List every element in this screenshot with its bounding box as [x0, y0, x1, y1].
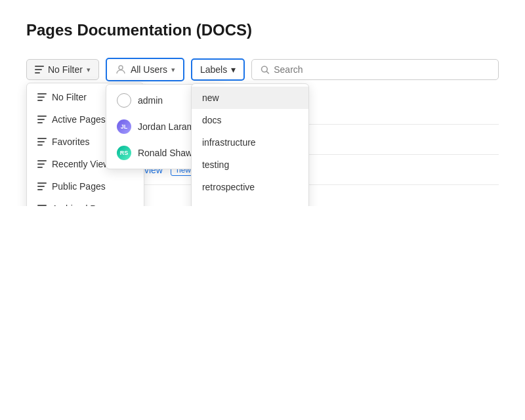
filter-lines-icon — [37, 205, 47, 206]
user-name: admin — [138, 95, 163, 106]
avatar-ronald: RS — [117, 146, 131, 160]
label-item-docs[interactable]: docs — [192, 109, 308, 131]
svg-point-1 — [262, 66, 268, 72]
labels-chevron-icon: ▾ — [231, 64, 236, 75]
avatar-admin — [117, 93, 131, 108]
filter-item-archived-pages[interactable]: Archived Pages — [27, 198, 144, 206]
toolbar: No Filter ▾ No Filter Active Pages — [26, 58, 499, 81]
filter-item-label: Public Pages — [52, 181, 106, 192]
label-item-infrastructure[interactable]: infrastructure — [192, 131, 308, 154]
filter-label: No Filter — [48, 64, 83, 75]
users-label: All Users — [131, 64, 167, 75]
filter-lines-icon — [37, 93, 47, 101]
svg-point-0 — [119, 66, 123, 70]
user-icon — [115, 64, 127, 75]
filter-lines-icon — [37, 182, 47, 190]
svg-line-2 — [267, 72, 269, 74]
labels-dropdown-button[interactable]: Labels ▾ — [191, 58, 245, 81]
search-input[interactable] — [274, 64, 490, 75]
label-item-testing[interactable]: testing — [192, 154, 308, 176]
filter-chevron-icon: ▾ — [87, 66, 91, 74]
avatar-jordan: JL — [117, 119, 131, 134]
label-item-new[interactable]: new — [192, 87, 308, 109]
filter-item-label: Archived Pages — [52, 203, 116, 206]
search-box — [251, 59, 499, 80]
filter-icon — [35, 66, 44, 74]
filter-lines-icon — [37, 160, 47, 168]
users-dropdown-wrapper: All Users ▾ admin JL Jordan Laramie RS R… — [106, 58, 184, 81]
user-name: Ronald Shaw — [138, 148, 192, 158]
users-dropdown-button[interactable]: All Users ▾ — [106, 58, 184, 81]
labels-panel: new docs infrastructure testing retrospe… — [191, 83, 309, 206]
filter-item-label: Active Pages — [52, 114, 106, 125]
filter-dropdown-wrapper: No Filter ▾ No Filter Active Pages — [26, 59, 99, 80]
filter-lines-icon — [37, 138, 47, 146]
page-title: Pages Documentation (DOCS) — [26, 21, 499, 39]
filter-item-label: Favorites — [52, 136, 90, 147]
filter-item-label: No Filter — [52, 92, 87, 102]
label-item-team[interactable]: team — [192, 198, 308, 206]
users-chevron-icon: ▾ — [171, 66, 175, 74]
search-icon — [260, 64, 270, 75]
filter-lines-icon — [37, 116, 47, 123]
label-item-retrospective[interactable]: retrospective — [192, 176, 308, 198]
labels-dropdown-wrapper: Labels ▾ new docs infrastructure testing… — [191, 58, 245, 81]
labels-label: Labels — [200, 64, 227, 75]
filter-dropdown-button[interactable]: No Filter ▾ — [26, 59, 99, 80]
filter-item-public-pages[interactable]: Public Pages — [27, 175, 144, 198]
